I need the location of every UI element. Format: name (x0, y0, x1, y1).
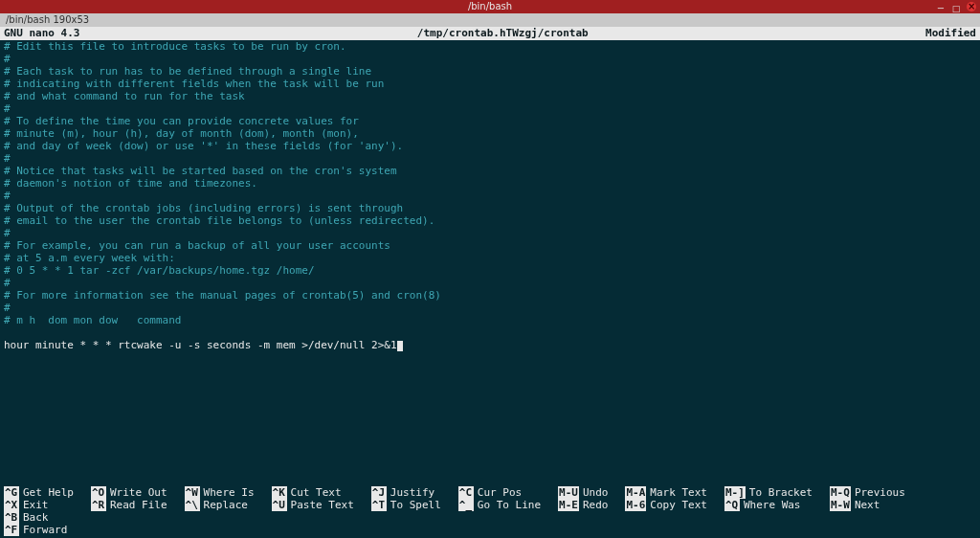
shortcut-label: Read File (110, 499, 167, 511)
shortcut[interactable]: ^\Replace (185, 499, 255, 511)
cursor-icon (397, 341, 403, 351)
shortcut[interactable]: M-UUndo (558, 486, 608, 499)
editor-line: # Each task to run has to be defined thr… (4, 65, 976, 78)
shortcut[interactable]: M-ERedo (558, 499, 608, 511)
shortcut[interactable]: ^UPaste Text (272, 499, 354, 511)
shortcut-label: Back (23, 511, 49, 524)
close-icon[interactable] (967, 2, 976, 11)
shortcut-key: ^T (371, 499, 387, 511)
shortcut-label: Mark Text (650, 486, 707, 499)
terminal-tab-bar: /bin/bash 190x53 (0, 13, 980, 27)
nano-file-path: /tmp/crontab.hTWzgj/crontab (79, 27, 925, 40)
shortcut[interactable]: ^JJustify (371, 486, 441, 499)
editor-area[interactable]: # Edit this file to introduce tasks to b… (0, 40, 980, 351)
shortcut-group: ^BBack^FForward (4, 511, 67, 536)
editor-line: # (4, 53, 976, 65)
shortcut-key: ^\ (185, 499, 200, 511)
shortcut[interactable]: ^GGet Help (4, 486, 74, 499)
shortcut-group: M-]To Bracket^QWhere Was (724, 486, 813, 511)
editor-line: # daemon's notion of time and timezones. (4, 177, 976, 190)
minimize-icon[interactable] (936, 2, 946, 11)
shortcut-key: ^_ (458, 499, 474, 511)
window-controls (936, 0, 976, 13)
shortcut-key: ^W (185, 486, 200, 499)
shortcut-label: Copy Text (650, 499, 707, 511)
shortcut-key: M-A (625, 486, 646, 499)
shortcut[interactable]: ^_Go To Line (458, 499, 541, 511)
editor-line: # and day of week (dow) or use '*' in th… (4, 140, 976, 152)
shortcut-group: ^WWhere Is^\Replace (185, 486, 255, 511)
nano-version: GNU nano 4.3 (4, 27, 79, 40)
shortcut[interactable]: ^XExit (4, 499, 74, 511)
shortcut-group: ^KCut Text^UPaste Text (272, 486, 354, 511)
shortcut-group: ^OWrite Out^RRead File (91, 486, 167, 511)
shortcut[interactable]: ^TTo Spell (371, 499, 441, 511)
shortcut-label: Replace (204, 499, 248, 511)
shortcut-label: Where Is (204, 486, 255, 499)
editor-line: # (4, 190, 976, 202)
command-text: hour minute * * * rtcwake -u -s seconds … (4, 339, 397, 351)
shortcut[interactable]: M-WNext (830, 499, 905, 511)
shortcut-label: Go To Line (478, 499, 541, 511)
maximize-icon[interactable] (951, 2, 961, 11)
shortcut[interactable]: M-AMark Text (625, 486, 706, 499)
shortcut-group: M-QPreviousM-WNext (830, 486, 905, 511)
editor-line: # Edit this file to introduce tasks to b… (4, 40, 976, 53)
shortcut-label: Paste Text (291, 499, 354, 511)
editor-command-line[interactable]: hour minute * * * rtcwake -u -s seconds … (4, 339, 976, 351)
editor-line: # (4, 302, 976, 314)
shortcut-key: M-Q (830, 486, 851, 499)
nano-titlebar: GNU nano 4.3 /tmp/crontab.hTWzgj/crontab… (0, 27, 980, 40)
shortcut-key: M-W (830, 499, 851, 511)
shortcut-label: Get Help (23, 486, 74, 499)
shortcut[interactable]: ^RRead File (91, 499, 167, 511)
shortcut-key: ^U (272, 499, 287, 511)
shortcut-key: ^K (272, 486, 287, 499)
editor-line: # To define the time you can provide con… (4, 115, 976, 127)
terminal-tab-label[interactable]: /bin/bash 190x53 (6, 14, 89, 25)
editor-line: # minute (m), hour (h), day of month (do… (4, 127, 976, 140)
shortcut-label: Cut Text (291, 486, 342, 499)
shortcut-label: Undo (583, 486, 609, 499)
shortcut[interactable]: ^OWrite Out (91, 486, 167, 499)
shortcut-key: ^R (91, 499, 106, 511)
shortcut[interactable]: ^CCur Pos (458, 486, 541, 499)
shortcut-label: Exit (23, 499, 49, 511)
shortcut-group: ^GGet Help^XExit (4, 486, 74, 511)
nano-status: Modified (925, 27, 976, 40)
editor-line: # and what command to run for the task (4, 90, 976, 102)
shortcut-group: ^CCur Pos^_Go To Line (458, 486, 541, 511)
editor-line: # indicating with different fields when … (4, 78, 976, 90)
shortcut[interactable]: ^KCut Text (272, 486, 354, 499)
shortcut-label: Justify (390, 486, 434, 499)
shortcut[interactable]: M-QPrevious (830, 486, 905, 499)
editor-line: # (4, 152, 976, 165)
shortcut-key: ^B (4, 511, 19, 524)
editor-line: # (4, 227, 976, 239)
shortcut-group: ^JJustify^TTo Spell (371, 486, 441, 511)
shortcut-label: Forward (23, 524, 67, 536)
shortcut-key: ^C (458, 486, 474, 499)
shortcut[interactable]: ^FForward (4, 524, 67, 536)
shortcut-key: ^G (4, 486, 19, 499)
shortcut-label: To Spell (390, 499, 441, 511)
shortcut-group: M-AMark TextM-6Copy Text (625, 486, 706, 511)
shortcut[interactable]: M-]To Bracket (724, 486, 813, 499)
shortcut[interactable]: ^WWhere Is (185, 486, 255, 499)
shortcut[interactable]: ^BBack (4, 511, 67, 524)
editor-line: # For more information see the manual pa… (4, 289, 976, 302)
editor-line (4, 326, 976, 339)
shortcut-key: M-E (558, 499, 579, 511)
editor-line: # (4, 102, 976, 115)
shortcut-label: Next (855, 499, 880, 511)
editor-line: # at 5 a.m every week with: (4, 252, 976, 264)
shortcut-key: ^J (371, 486, 387, 499)
shortcut[interactable]: ^QWhere Was (724, 499, 813, 511)
shortcut-label: Previous (855, 486, 905, 499)
shortcut-label: Write Out (110, 486, 167, 499)
window-titlebar: /bin/bash (0, 0, 980, 13)
shortcut[interactable]: M-6Copy Text (625, 499, 706, 511)
shortcut-label: Where Was (744, 499, 801, 511)
shortcut-key: ^O (91, 486, 106, 499)
editor-line: # m h dom mon dow command (4, 314, 976, 326)
